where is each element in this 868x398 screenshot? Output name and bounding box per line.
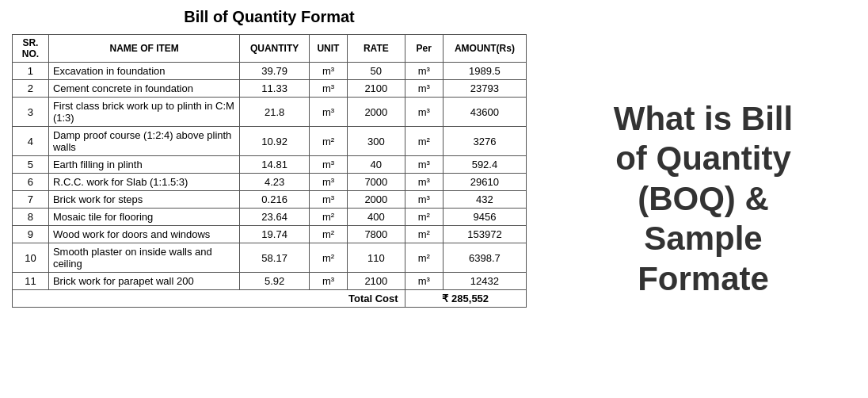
total-amount: ₹ 285,552 [405, 290, 526, 308]
cell-unit: m³ [309, 156, 347, 174]
cell-qty: 19.74 [240, 226, 309, 243]
cell-rate: 2000 [348, 191, 405, 209]
cell-qty: 10.92 [240, 127, 309, 156]
cell-per: m² [405, 226, 443, 243]
cell-sr: 6 [13, 174, 49, 191]
cell-rate: 2100 [348, 80, 405, 98]
cell-sr: 8 [13, 209, 49, 226]
cell-amount: 43600 [443, 98, 526, 127]
total-label: Total Cost [13, 290, 405, 308]
cell-unit: m³ [309, 63, 347, 80]
cell-name: Brick work for parapet wall 200 [48, 273, 240, 290]
boq-line2: of Quantity [614, 139, 793, 178]
total-row: Total Cost ₹ 285,552 [13, 290, 527, 308]
cell-amount: 592.4 [443, 156, 526, 174]
table-row: 7 Brick work for steps 0.216 m³ 2000 m³ … [13, 191, 527, 209]
page-title: Bill of Quantity Format [12, 8, 527, 26]
cell-name: Mosaic tile for flooring [48, 209, 240, 226]
table-row: 11 Brick work for parapet wall 200 5.92 … [13, 273, 527, 290]
cell-qty: 0.216 [240, 191, 309, 209]
cell-qty: 23.64 [240, 209, 309, 226]
cell-amount: 23793 [443, 80, 526, 98]
cell-rate: 110 [348, 243, 405, 273]
cell-per: m² [405, 209, 443, 226]
cell-rate: 50 [348, 63, 405, 80]
cell-per: m³ [405, 174, 443, 191]
boq-table: SR. NO. NAME OF ITEM QUANTITY UNIT RATE … [12, 34, 527, 308]
col-header-amount: AMOUNT(Rs) [443, 35, 526, 63]
col-header-qty: QUANTITY [240, 35, 309, 63]
cell-qty: 21.8 [240, 98, 309, 127]
cell-amount: 3276 [443, 127, 526, 156]
boq-line3: (BOQ) & [614, 179, 793, 219]
cell-rate: 2000 [348, 98, 405, 127]
cell-rate: 40 [348, 156, 405, 174]
table-row: 1 Excavation in foundation 39.79 m³ 50 m… [13, 63, 527, 80]
col-header-rate: RATE [348, 35, 405, 63]
cell-unit: m² [309, 209, 347, 226]
cell-amount: 432 [443, 191, 526, 209]
cell-per: m² [405, 243, 443, 273]
boq-line5: Formate [614, 259, 793, 299]
cell-name: R.C.C. work for Slab (1:1.5:3) [48, 174, 240, 191]
cell-name: Cement concrete in foundation [48, 80, 240, 98]
cell-name: Damp proof course (1:2:4) above plinth w… [48, 127, 240, 156]
cell-sr: 1 [13, 63, 49, 80]
cell-qty: 5.92 [240, 273, 309, 290]
table-row: 4 Damp proof course (1:2:4) above plinth… [13, 127, 527, 156]
cell-qty: 14.81 [240, 156, 309, 174]
cell-rate: 7000 [348, 174, 405, 191]
cell-name: Brick work for steps [48, 191, 240, 209]
cell-unit: m² [309, 127, 347, 156]
cell-name: Excavation in foundation [48, 63, 240, 80]
cell-rate: 400 [348, 209, 405, 226]
cell-sr: 11 [13, 273, 49, 290]
boq-description: What is Bill of Quantity (BOQ) & Sample … [614, 99, 793, 299]
boq-line1: What is Bill [614, 99, 793, 139]
cell-name: Smooth plaster on inside walls and ceili… [48, 243, 240, 273]
right-panel: What is Bill of Quantity (BOQ) & Sample … [539, 0, 868, 398]
cell-per: m³ [405, 273, 443, 290]
cell-rate: 300 [348, 127, 405, 156]
cell-unit: m³ [309, 174, 347, 191]
cell-qty: 11.33 [240, 80, 309, 98]
cell-per: m³ [405, 63, 443, 80]
cell-unit: m³ [309, 80, 347, 98]
cell-unit: m² [309, 243, 347, 273]
cell-amount: 9456 [443, 209, 526, 226]
cell-qty: 39.79 [240, 63, 309, 80]
cell-sr: 4 [13, 127, 49, 156]
cell-rate: 2100 [348, 273, 405, 290]
cell-amount: 12432 [443, 273, 526, 290]
table-row: 3 First class brick work up to plinth in… [13, 98, 527, 127]
cell-rate: 7800 [348, 226, 405, 243]
col-header-per: Per [405, 35, 443, 63]
cell-sr: 7 [13, 191, 49, 209]
cell-per: m³ [405, 80, 443, 98]
cell-qty: 4.23 [240, 174, 309, 191]
cell-per: m³ [405, 98, 443, 127]
boq-line4: Sample [614, 219, 793, 258]
cell-per: m² [405, 127, 443, 156]
cell-amount: 6398.7 [443, 243, 526, 273]
cell-unit: m³ [309, 273, 347, 290]
col-header-name: NAME OF ITEM [48, 35, 240, 63]
cell-sr: 9 [13, 226, 49, 243]
cell-unit: m³ [309, 191, 347, 209]
cell-sr: 2 [13, 80, 49, 98]
cell-name: Earth filling in plinth [48, 156, 240, 174]
cell-unit: m² [309, 226, 347, 243]
cell-name: First class brick work up to plinth in C… [48, 98, 240, 127]
cell-sr: 3 [13, 98, 49, 127]
cell-sr: 5 [13, 156, 49, 174]
cell-per: m³ [405, 191, 443, 209]
cell-amount: 29610 [443, 174, 526, 191]
table-row: 6 R.C.C. work for Slab (1:1.5:3) 4.23 m³… [13, 174, 527, 191]
cell-amount: 153972 [443, 226, 526, 243]
cell-per: m³ [405, 156, 443, 174]
table-row: 10 Smooth plaster on inside walls and ce… [13, 243, 527, 273]
cell-qty: 58.17 [240, 243, 309, 273]
cell-amount: 1989.5 [443, 63, 526, 80]
col-header-sr: SR. NO. [13, 35, 49, 63]
cell-sr: 10 [13, 243, 49, 273]
